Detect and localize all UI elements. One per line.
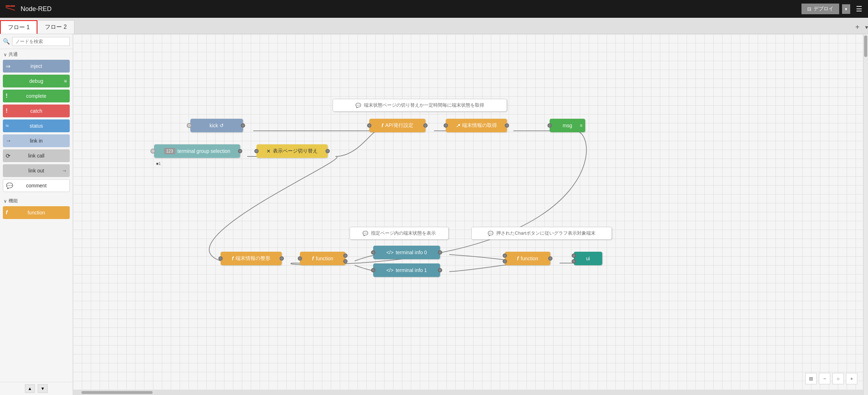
link-out-icon: → xyxy=(62,168,67,174)
canvas[interactable]: 💬 端末状態ページの切り替えか一定時間毎に端末状態を取得 kick ↺ f AP… xyxy=(73,34,863,390)
link-call-icon: ⟳ xyxy=(6,153,10,159)
canvas-node-comment3[interactable]: 💬 押されたChartボタンに従いグラフ表示対象端末 xyxy=(471,227,612,240)
header: Node-RED ⊟ デプロイ ▾ ☰ xyxy=(0,0,868,18)
port-right-func2-top xyxy=(343,253,348,258)
canvas-node-terminal-info[interactable]: ↗ 端末情報の取得 xyxy=(446,119,507,132)
function-icon-func3: f xyxy=(517,256,519,261)
section-function[interactable]: ∨ 機能 xyxy=(0,196,73,206)
inject-icon: ⇒ xyxy=(6,63,10,70)
canvas-node-ap-config[interactable]: f AP/発行設定 xyxy=(369,119,425,132)
canvas-node-function2[interactable]: f function xyxy=(300,252,345,265)
node-debug[interactable]: debug ≡ xyxy=(3,75,70,87)
search-box: 🔍 xyxy=(0,34,73,49)
canvas-node-terminal-info0[interactable]: </> terminal info 0 xyxy=(373,246,440,259)
node-link-call[interactable]: ⟳ link call xyxy=(3,149,70,162)
port-left-pageswitch xyxy=(254,149,259,153)
menu-button[interactable]: ☰ xyxy=(856,5,862,13)
template-icon-ti0: </> xyxy=(386,250,393,255)
sidebar: 🔍 ∨ 共通 ⇒ inject debug ≡ ! complet xyxy=(0,34,73,395)
canvas-node-terminal-info1[interactable]: </> terminal info 1 xyxy=(373,263,440,277)
port-left-ui-bot xyxy=(572,259,576,263)
port-right-tformat xyxy=(280,256,284,261)
canvas-footer-controls: ⊞ − ○ + xyxy=(805,373,857,384)
tab-flow2[interactable]: フロー 2 xyxy=(37,20,74,34)
canvas-node-terminal-group[interactable]: 123 terminal group selection ■1 xyxy=(154,144,240,158)
zoom-out-button[interactable]: − xyxy=(819,373,830,384)
node-link-out[interactable]: link out → xyxy=(3,164,70,177)
function-icon-tformat: f xyxy=(232,256,234,261)
svg-rect-1 xyxy=(11,5,15,7)
layout-button[interactable]: ⊞ xyxy=(805,373,817,384)
node-function[interactable]: f function xyxy=(3,206,70,219)
logo-icon xyxy=(6,4,17,14)
canvas-node-function3[interactable]: f function xyxy=(505,252,550,265)
canvas-node-comment2[interactable]: 💬 指定ページ内の端末状態を表示 xyxy=(350,227,449,240)
canvas-node-ui[interactable]: ui xyxy=(574,252,602,265)
canvas-node-terminal-format[interactable]: f 端末情報の整形 xyxy=(221,252,282,265)
port-left-kick xyxy=(187,123,192,128)
comment-bubble-icon3: 💬 xyxy=(488,231,493,236)
function-icon-func2: f xyxy=(312,256,314,261)
node-complete[interactable]: ! complete xyxy=(3,90,70,102)
function-icon-apconfig: f xyxy=(381,123,383,128)
port-left-func2 xyxy=(298,256,302,261)
node-list-common: ⇒ inject debug ≡ ! complete ! catch ≈ xyxy=(0,60,73,192)
switch-icon: ✕ xyxy=(266,148,271,154)
tgroup-label: ■1 xyxy=(156,161,161,166)
deploy-button[interactable]: ⊟ デプロイ xyxy=(801,4,839,14)
connection-lines xyxy=(73,34,863,390)
node-list-function: f function xyxy=(0,206,73,219)
sidebar-scroll-controls: ▲ ▼ xyxy=(0,382,73,395)
port-right-pageswitch xyxy=(326,149,330,153)
canvas-container: 💬 端末状態ページの切り替えか一定時間毎に端末状態を取得 kick ↺ f AP… xyxy=(73,34,863,395)
node-inject[interactable]: ⇒ inject xyxy=(3,60,70,73)
port-left-msg xyxy=(547,123,552,128)
search-icon: 🔍 xyxy=(3,38,10,45)
port-left-func3-top xyxy=(503,253,507,258)
port-right-func3 xyxy=(548,256,552,261)
svg-line-3 xyxy=(6,7,15,10)
port-right-ti1 xyxy=(438,268,442,272)
zoom-in-button[interactable]: + xyxy=(846,373,857,384)
debug-icon: ≡ xyxy=(64,78,67,84)
comment-icon: 💬 xyxy=(6,182,13,189)
node-status[interactable]: ≈ status xyxy=(3,119,70,132)
node-link-in[interactable]: → link in xyxy=(3,134,70,147)
comment-bubble-icon2: 💬 xyxy=(362,231,368,236)
search-input[interactable] xyxy=(12,37,70,46)
canvas-node-comment1[interactable]: 💬 端末状態ページの切り替えか一定時間毎に端末状態を取得 xyxy=(333,99,507,112)
function-icon: f xyxy=(6,209,7,216)
section-common[interactable]: ∨ 共通 xyxy=(0,49,73,60)
tab-flow1[interactable]: フロー 1 xyxy=(0,20,37,34)
zoom-fit-button[interactable]: ○ xyxy=(832,373,844,384)
comment-bubble-icon: 💬 xyxy=(355,103,361,108)
node-catch[interactable]: ! catch xyxy=(3,105,70,117)
scroll-down-button[interactable]: ▼ xyxy=(38,384,48,393)
complete-icon: ! xyxy=(6,93,7,99)
port-left-ui-top xyxy=(572,253,576,258)
scrollbar-thumb[interactable] xyxy=(81,391,153,394)
canvas-node-page-switch[interactable]: ✕ 表示ページ切り替え xyxy=(256,144,328,158)
right-scrollbar-thumb[interactable] xyxy=(864,36,867,57)
port-left-ti1 xyxy=(371,268,375,272)
canvas-node-msg[interactable]: msg ≡ xyxy=(550,119,585,132)
deploy-dropdown-button[interactable]: ▾ xyxy=(842,4,850,14)
header-left: Node-RED xyxy=(6,4,52,14)
canvas-horizontal-scrollbar[interactable] xyxy=(73,390,863,395)
port-left-apconfig xyxy=(367,123,371,128)
tgroup-badge: 123 xyxy=(164,148,175,154)
port-right-apconfig xyxy=(423,123,428,128)
status-icon: ≈ xyxy=(6,123,9,129)
tab-add-button[interactable]: + xyxy=(852,20,862,34)
node-comment[interactable]: 💬 comment xyxy=(3,179,70,192)
port-right-func2-bot xyxy=(343,259,348,263)
canvas-node-kick[interactable]: kick ↺ xyxy=(190,119,243,132)
deploy-icon: ⊟ xyxy=(807,6,811,12)
port-left-tgroup xyxy=(150,149,155,154)
tab-dropdown-button[interactable]: ▾ xyxy=(865,20,868,34)
port-left-terminfo xyxy=(444,123,448,128)
right-scrollbar[interactable] xyxy=(863,34,868,395)
link-in-icon: → xyxy=(6,138,11,144)
scroll-up-button[interactable]: ▲ xyxy=(25,384,35,393)
function-icon-terminfo: ↗ xyxy=(456,123,460,128)
